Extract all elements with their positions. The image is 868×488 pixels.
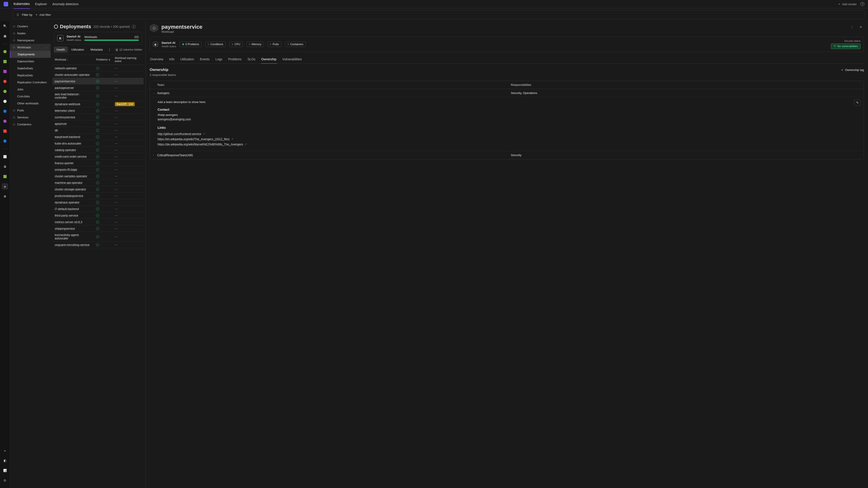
apps-icon[interactable]: ▦ (2, 33, 8, 39)
workload-link[interactable]: telemeter-client (55, 109, 75, 112)
seg-metadata[interactable]: Metadata (88, 46, 105, 53)
rail-app-9-icon[interactable]: 🟥 (2, 128, 8, 134)
table-row[interactable]: thanos-querier ✓ — (53, 160, 144, 166)
pill-pods[interactable]: Pods (268, 41, 281, 47)
table-row[interactable]: productcatalogservice ✓ — (53, 193, 144, 199)
sidebar-other-workloads[interactable]: Other workloads (10, 100, 51, 107)
col-workload[interactable]: Workload↓ (53, 55, 94, 65)
table-row[interactable]: l7-default-backend ✓ — (53, 205, 144, 212)
sidebar-statefulsets[interactable]: StatefulSets (10, 65, 51, 72)
table-row[interactable]: telemeter-client ✓ — (53, 107, 144, 114)
table-row[interactable]: aws-load-balancer-controller ✓ — (53, 91, 144, 101)
workload-link[interactable]: third-party-service (55, 214, 78, 217)
workload-link[interactable]: l7-default-backend (55, 207, 79, 210)
pill-problems[interactable]: 0 Problems (180, 41, 202, 47)
columns-hidden-button[interactable]: ▥ 12 columns hidden (116, 48, 142, 51)
rail-app-2-icon[interactable]: 🟩 (2, 58, 8, 65)
sidebar-cronjobs[interactable]: CronJobs (10, 93, 51, 100)
workload-link[interactable]: thanos-querier (55, 161, 74, 165)
external-link[interactable]: https://de.wikipedia.org/wiki/Marvel%E2%… (158, 142, 243, 146)
workload-link[interactable]: dynatrace-operator (55, 201, 80, 204)
workload-link[interactable]: paymentservice (55, 79, 75, 83)
tab-events[interactable]: Events (199, 55, 210, 64)
tab-ownership[interactable]: Ownership (261, 55, 277, 64)
rail-bottom-1-icon[interactable]: ◧ (2, 457, 8, 464)
team-name-link[interactable]: CriticalResponseTeam(AM) (157, 153, 511, 157)
sidebar-workloads[interactable]: Workloads⌄ (10, 44, 51, 51)
sidebar-replicasets[interactable]: ReplicaSets (10, 72, 51, 79)
table-row[interactable]: konnectivity-agent-autoscaler ✓ — (53, 232, 144, 241)
info-icon[interactable]: i (132, 25, 135, 29)
rail-k8s-icon[interactable]: ⎈ (2, 183, 8, 190)
rail-app-5-icon[interactable]: 🟢 (2, 88, 8, 94)
workload-link[interactable]: easytravel-backend (55, 135, 80, 138)
pill-containers[interactable]: Containers (285, 41, 306, 47)
rail-tool-2-icon[interactable]: 🖥 (2, 163, 8, 170)
workload-link[interactable]: machine-api-operator (55, 181, 83, 184)
table-row[interactable]: dynatrace-webhook ✓ BackOff : 134 (53, 101, 144, 107)
sidebar-services[interactable]: Services (10, 114, 51, 121)
workload-link[interactable]: kube-dns-autoscaler (55, 142, 81, 145)
tab-problems[interactable]: Problems (228, 55, 242, 64)
tab-utilization[interactable]: Utilization (180, 55, 195, 64)
workload-link[interactable]: aws-load-balancer-controller (55, 92, 80, 99)
workload-link[interactable]: currencyservice (55, 116, 75, 119)
edit-icon[interactable]: ✎ (854, 99, 861, 106)
workload-link[interactable]: network-operator (55, 66, 77, 70)
tab-info[interactable]: Info (168, 55, 175, 64)
add-filter-button[interactable]: ＋ Add filter (35, 13, 51, 17)
pill-conditions[interactable]: Conditions (205, 41, 226, 47)
table-row[interactable]: shippingservice ✓ — (53, 225, 144, 232)
rail-app-4-icon[interactable]: 🔴 (2, 78, 8, 85)
workload-link[interactable]: db (55, 129, 58, 132)
pill-cpu[interactable]: CPU (229, 41, 243, 47)
rail-tool-1-icon[interactable]: ⬜ (2, 153, 8, 160)
sidebar-containers[interactable]: Containers (10, 121, 51, 128)
table-row[interactable]: machine-api-operator ✓ — (53, 180, 144, 186)
rail-app-3-icon[interactable]: 🟪 (2, 68, 8, 74)
sidebar-replication-controllers[interactable]: Replication Controllers (10, 79, 51, 86)
table-row[interactable]: credit-card-order-service ✓ — (53, 153, 144, 160)
external-link[interactable]: http://github.com/frontend-service (158, 132, 201, 135)
seg-more-icon[interactable]: ⋮ (106, 46, 113, 53)
table-row[interactable]: easytravel-backend ✓ — (53, 133, 144, 140)
table-row[interactable]: unguard-microblog-service ✓ — (53, 241, 144, 248)
workload-link[interactable]: unguard-microblog-service (55, 243, 90, 247)
seg-utilization[interactable]: Utilization (69, 46, 87, 53)
table-row[interactable]: metrics-server-v0.6.3 ✓ — (53, 219, 144, 225)
detail-menu-icon[interactable]: ⋮ (848, 24, 855, 30)
help-icon[interactable]: ? (860, 2, 864, 6)
workload-link[interactable]: productcatalogservice (55, 194, 83, 197)
workload-link[interactable]: packageserver (55, 86, 74, 90)
close-icon[interactable]: ✕ (858, 24, 864, 30)
workload-link[interactable]: cluster-autoscaler-operator (55, 73, 90, 76)
table-row[interactable]: cluster-samples-operator ✓ — (53, 173, 144, 180)
rail-app-8-icon[interactable]: 🟣 (2, 118, 8, 124)
sidebar-jobs[interactable]: Jobs (10, 86, 51, 93)
nav-anomaly[interactable]: Anomaly detectors (53, 2, 79, 6)
rail-tool-3-icon[interactable]: 🟩 (2, 173, 8, 180)
team-row[interactable]: › CriticalResponseTeam(AM) Security (150, 151, 864, 159)
nav-explorer[interactable]: Explorer (35, 2, 47, 6)
table-row[interactable]: catalog-operator ✓ — (53, 147, 144, 153)
ownership-tag-button[interactable]: ＋ Ownership tag (841, 68, 864, 72)
search-icon[interactable]: 🔍 (2, 23, 8, 29)
tab-logs[interactable]: Logs (215, 55, 223, 64)
table-row[interactable]: third-party-service ✓ — (53, 212, 144, 219)
table-row[interactable]: cluster-autoscaler-operator ✓ — (53, 71, 144, 78)
sidebar-deployments[interactable]: Deployments (10, 51, 51, 58)
col-warning[interactable]: Workload warning event (113, 55, 144, 65)
col-problems[interactable]: Problems⇅ (94, 55, 113, 65)
workload-link[interactable]: apiserver (55, 122, 67, 125)
table-row[interactable]: cluster-storage-operator ✓ — (53, 186, 144, 193)
table-row[interactable]: kube-dns-autoscaler ✓ — (53, 140, 144, 147)
sidebar-clusters[interactable]: Clusters (10, 23, 51, 30)
table-row[interactable]: dynatrace-operator ✓ — (53, 199, 144, 205)
table-row[interactable]: packageserver ✓ — (53, 85, 144, 91)
seg-health[interactable]: Health (54, 46, 68, 53)
sidebar-pods[interactable]: Pods (10, 107, 51, 114)
nav-kubernetes[interactable]: Kubernetes (13, 2, 30, 9)
tab-overview[interactable]: Overview (150, 55, 164, 64)
rail-app-1-icon[interactable]: 🟢 (2, 48, 8, 55)
team-row[interactable]: ⌄ Avengers Security, Operations (150, 89, 864, 97)
